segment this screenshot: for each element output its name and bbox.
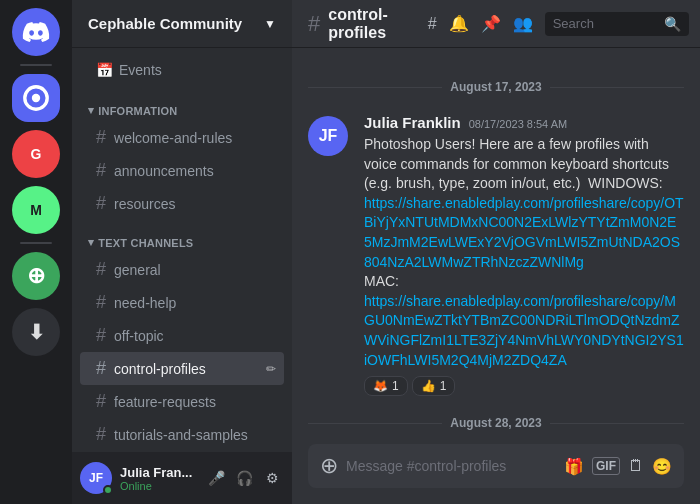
gif-button[interactable]: GIF (592, 457, 620, 475)
input-area: ⊕ Message #control-profiles 🎁 GIF 🗒 😊 (292, 444, 700, 504)
svg-point-1 (32, 94, 40, 102)
reactions-1: 🦊 1 👍 1 (364, 376, 684, 396)
channel-header-name: control-profiles (328, 6, 388, 42)
date-text-2: August 28, 2023 (450, 416, 541, 430)
date-divider-2: August 28, 2023 (292, 408, 700, 438)
date-text-1: August 17, 2023 (450, 80, 541, 94)
discord-icon[interactable] (12, 8, 60, 56)
message-avatar-1: JF (308, 116, 348, 156)
channel-item-feature-requests[interactable]: # feature-requests (80, 385, 284, 418)
pin-icon[interactable]: 📌 (481, 14, 501, 33)
server-icon-cephable[interactable] (12, 74, 60, 122)
search-bar[interactable]: Search 🔍 (545, 12, 689, 36)
settings-button[interactable]: ⚙ (260, 466, 284, 490)
server-header[interactable]: Cephable Community ▼ (72, 0, 292, 48)
gift-icon[interactable]: 🎁 (564, 457, 584, 476)
server-name: Cephable Community (88, 15, 242, 32)
date-line-3 (308, 423, 442, 424)
hash-icon: # (96, 325, 106, 346)
section-header-information: ▾ INFORMATION (72, 88, 292, 121)
reaction-count: 1 (440, 379, 447, 393)
date-line-4 (550, 423, 684, 424)
hash-icon: # (96, 259, 106, 280)
channel-label: tutorials-and-samples (114, 427, 248, 443)
channel-label: general (114, 262, 161, 278)
reaction-count: 1 (392, 379, 399, 393)
channel-item-off-topic[interactable]: # off-topic (80, 319, 284, 352)
search-icon: 🔍 (664, 16, 681, 32)
server-icon-3[interactable]: M (12, 186, 60, 234)
message-body-1: Julia Franklin 08/17/2023 8:54 AM Photos… (364, 114, 684, 396)
channel-list: 📅 Events ▾ INFORMATION # welcome-and-rul… (72, 48, 292, 452)
hash-icon: # (96, 391, 106, 412)
user-controls: 🎤 🎧 ⚙ (204, 466, 284, 490)
channel-label: feature-requests (114, 394, 216, 410)
channel-item-welcome[interactable]: # welcome-and-rules (80, 121, 284, 154)
message-header-1: Julia Franklin 08/17/2023 8:54 AM (364, 114, 684, 131)
channel-label: off-topic (114, 328, 164, 344)
message-group-1: JF Julia Franklin 08/17/2023 8:54 AM Pho… (292, 110, 700, 400)
date-line (308, 87, 442, 88)
message-link-1[interactable]: https://share.enabledplay.com/profilesha… (364, 195, 684, 270)
emoji-icon[interactable]: 😊 (652, 457, 672, 476)
section-header-text-channels: ▾ TEXT CHANNELS (72, 220, 292, 253)
add-attachment-button[interactable]: ⊕ (320, 453, 338, 479)
channel-header: # control-profiles Share the contr... # … (292, 0, 700, 48)
message-text-1: Photoshop Users! Here are a few profiles… (364, 135, 684, 370)
channel-sidebar: Cephable Community ▼ 📅 Events ▾ INFORMAT… (72, 0, 292, 504)
chevron-down-icon: ▼ (264, 17, 276, 31)
message-timestamp-1: 08/17/2023 8:54 AM (469, 118, 567, 130)
members-icon[interactable]: 👥 (513, 14, 533, 33)
hash-icon: # (96, 160, 106, 181)
server-divider (20, 64, 52, 66)
message-author-1: Julia Franklin (364, 114, 461, 131)
mute-button[interactable]: 🎤 (204, 466, 228, 490)
server-divider-2 (20, 242, 52, 244)
channel-label-active: control-profiles (114, 361, 206, 377)
hash-icon: # (96, 127, 106, 148)
collapse-icon-2: ▾ (88, 236, 94, 249)
bell-icon[interactable]: 🔔 (449, 14, 469, 33)
hash-icon: # (96, 292, 106, 313)
channel-item-announcements[interactable]: # announcements (80, 154, 284, 187)
server-icon-green[interactable]: ⊕ (12, 252, 60, 300)
user-status-indicator (103, 485, 113, 495)
edit-icon[interactable]: ✏ (266, 362, 276, 376)
message-input-placeholder[interactable]: Message #control-profiles (346, 458, 556, 474)
main-content: # control-profiles Share the contr... # … (292, 0, 700, 504)
channel-item-general[interactable]: # general (80, 253, 284, 286)
channel-label: welcome-and-rules (114, 130, 232, 146)
input-icons: 🎁 GIF 🗒 😊 (564, 457, 672, 476)
user-status-text: Online (120, 480, 196, 492)
channel-label-events: Events (119, 62, 162, 78)
channel-item-control-profiles[interactable]: # control-profiles ✏ (80, 352, 284, 385)
server-sidebar: G M ⊕ ⬇ (0, 0, 72, 504)
sticker-icon[interactable]: 🗒 (628, 457, 644, 475)
message-link-2[interactable]: https://share.enabledplay.com/profilesha… (364, 293, 684, 368)
date-line-2 (550, 87, 684, 88)
hash-icon: # (96, 193, 106, 214)
user-info: Julia Fran... Online (120, 465, 196, 492)
server-icon-download[interactable]: ⬇ (12, 308, 60, 356)
message-input-bar[interactable]: ⊕ Message #control-profiles 🎁 GIF 🗒 😊 (308, 444, 684, 488)
server-icon-2[interactable]: G (12, 130, 60, 178)
user-panel: JF Julia Fran... Online 🎤 🎧 ⚙ (72, 452, 292, 504)
channel-label: resources (114, 196, 175, 212)
channel-item-events[interactable]: 📅 Events (80, 56, 284, 84)
header-icons: # 🔔 📌 👥 Search 🔍 📥 ❓ (428, 12, 700, 36)
channel-label: announcements (114, 163, 214, 179)
channel-item-resources[interactable]: # resources (80, 187, 284, 220)
channel-item-tutorials[interactable]: # tutorials-and-samples (80, 418, 284, 451)
avatar: JF (80, 462, 112, 494)
hashtag-icon[interactable]: # (428, 15, 437, 33)
deafen-button[interactable]: 🎧 (232, 466, 256, 490)
events-icon: 📅 (96, 62, 113, 78)
hash-icon: # (96, 424, 106, 445)
messages-area[interactable]: August 17, 2023 JF Julia Franklin 08/17/… (292, 48, 700, 444)
channel-label: need-help (114, 295, 176, 311)
channel-item-need-help[interactable]: # need-help (80, 286, 284, 319)
reaction-fox[interactable]: 🦊 1 (364, 376, 408, 396)
date-divider-1: August 17, 2023 (292, 72, 700, 102)
hash-icon: # (96, 358, 106, 379)
reaction-thumbsup[interactable]: 👍 1 (412, 376, 456, 396)
